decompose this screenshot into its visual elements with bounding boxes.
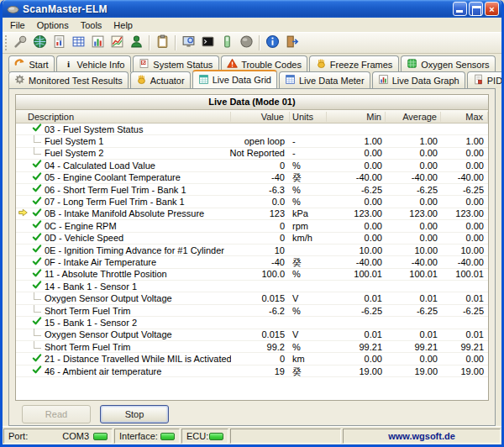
graph-button[interactable] [108, 34, 127, 52]
battery-icon [220, 34, 234, 52]
current-row-arrow-icon [18, 208, 29, 220]
table-row[interactable]: 0C - Engine RPM0rpm0.000.000.00 [16, 220, 488, 232]
stop-button[interactable]: Stop [100, 405, 169, 423]
table-row[interactable]: Short Term Fuel Trim-6.2%-6.25-6.25-6.25 [16, 305, 488, 317]
monitor-search-button[interactable] [179, 34, 198, 52]
table-row[interactable]: 0D - Vehicle Speed0km/h0.000.000.00 [16, 233, 488, 245]
cell-description: 04 - Calculated Load Value [45, 160, 231, 171]
clipboard-button[interactable] [153, 34, 172, 52]
sphere-button[interactable] [237, 34, 256, 52]
table-row[interactable]: Fuel System 1open loop-1.001.001.00 [16, 135, 488, 147]
tab-actuator[interactable]: Actuator [130, 71, 191, 88]
col-units[interactable]: Units [290, 112, 327, 122]
row-marker-cell [16, 208, 29, 220]
table-row[interactable]: 07 - Long Term Fuel Trim - Bank 10.0%0.0… [16, 196, 488, 208]
col-average[interactable]: Average [386, 112, 441, 122]
cell-units: % [290, 184, 327, 196]
menu-item-file[interactable]: File [4, 19, 31, 31]
close-button[interactable]: × [485, 2, 499, 16]
tree-connector-icon [34, 305, 41, 313]
cell-min: 100.01 [327, 268, 386, 280]
tab-vehicle-info[interactable]: iVehicle Info [56, 55, 131, 72]
table-row[interactable]: 0F - Intake Air Temperature-40癸-40.00-40… [16, 256, 488, 268]
cell-min: 0.00 [327, 196, 386, 208]
user-button[interactable] [127, 34, 146, 52]
tab-pid-config[interactable]: PID Config [467, 71, 504, 88]
exit-button[interactable] [282, 34, 302, 52]
tab-freeze-frames[interactable]: Freeze Frames [309, 55, 398, 72]
table-row[interactable]: 04 - Calculated Load Value0%0.000.000.00 [16, 160, 488, 171]
cell-average: 10.00 [386, 245, 441, 256]
report-button[interactable] [50, 34, 69, 52]
table-row[interactable]: Short Term Fuel Trim99.2%99.2199.2199.21 [16, 341, 488, 353]
window-title: ScanMaster-ELM [23, 3, 453, 15]
status-interface-panel: Interface: [114, 429, 180, 444]
row-status-cell [29, 309, 45, 313]
grid-rows: 03 - Fuel System StatusFuel System 1open… [16, 124, 488, 400]
cell-units: V [290, 329, 327, 340]
cell-average: -6.25 [386, 305, 441, 317]
cell-units: kPa [290, 208, 327, 219]
cell-min: -40.00 [327, 171, 386, 183]
col-min[interactable]: Min [327, 112, 386, 122]
table-row[interactable]: 21 - Distance Travelled While MIL is Act… [16, 353, 488, 365]
grid-view-button[interactable] [69, 34, 88, 52]
cell-max: 10.00 [441, 245, 488, 256]
tab-live-data-grid[interactable]: Live Data Grid [192, 70, 277, 88]
table-row[interactable]: 0B - Intake Manifold Absolute Pressure12… [16, 208, 488, 220]
cell-value: -40 [231, 256, 290, 268]
cell-description: 0E - Ignition Timing Advance for #1 Cyli… [45, 245, 231, 256]
cell-max: 0.00 [441, 160, 488, 171]
cell-max: -6.25 [441, 305, 488, 317]
tab-label: Freeze Frames [330, 60, 393, 70]
read-button[interactable]: Read [22, 405, 91, 423]
battery-button[interactable] [218, 34, 237, 52]
table-row[interactable]: 11 - Absolute Throttle Position100.0%100… [16, 269, 488, 281]
menu-item-options[interactable]: Options [31, 19, 75, 31]
table-row[interactable]: Oxygen Sensor Output Voltage0.015V0.010.… [16, 292, 488, 304]
maximize-button[interactable] [469, 2, 483, 16]
start-icon [14, 58, 25, 71]
tab-live-data-graph[interactable]: Live Data Graph [372, 71, 465, 88]
table-row[interactable]: 15 - Bank 1 - Sensor 2 [16, 317, 488, 329]
cell-max: 0.00 [441, 147, 488, 159]
info-button[interactable] [263, 34, 282, 52]
report-icon [52, 34, 66, 52]
table-row[interactable]: 03 - Fuel System Status [16, 124, 488, 135]
cell-units: % [290, 305, 327, 317]
tab-monitored-test-results[interactable]: Monitored Test Results [8, 71, 129, 88]
cell-min: -6.25 [327, 184, 386, 196]
website-link[interactable]: www.wgsoft.de [388, 431, 455, 441]
grid-title: Live Data (Mode 01) [16, 95, 488, 110]
connect-icon [13, 34, 28, 52]
connect-button[interactable] [11, 34, 30, 52]
table-row[interactable]: Fuel System 2Not Reported-0.000.000.00 [16, 148, 488, 160]
table-row[interactable]: 06 - Short Term Fuel Trim - Bank 1-6.3%-… [16, 184, 488, 196]
chart-button[interactable] [88, 34, 108, 52]
check-icon [32, 123, 42, 135]
col-value[interactable]: Value [231, 112, 290, 122]
tab-label: PID Config [487, 76, 504, 86]
tab-live-data-meter[interactable]: Live Data Meter [279, 71, 370, 88]
table-row[interactable]: Oxygen Sensor Output Voltage0.015V0.010.… [16, 329, 488, 341]
tab-start[interactable]: Start [8, 55, 55, 72]
cell-average: 19.00 [386, 365, 441, 377]
tab-oxygen-sensors[interactable]: Oxygen Sensors [401, 55, 496, 72]
col-description[interactable]: Description [16, 112, 231, 122]
toolbar-grip-handle[interactable] [5, 35, 8, 50]
menu-item-help[interactable]: Help [108, 19, 139, 31]
terminal-button[interactable] [198, 34, 218, 52]
cell-value: 0 [231, 220, 290, 232]
globe-button[interactable] [30, 34, 50, 52]
row-status-cell [29, 297, 45, 300]
table-row[interactable]: 0E - Ignition Timing Advance for #1 Cyli… [16, 245, 488, 256]
cell-value: -6.2 [231, 305, 290, 317]
table-row[interactable]: 46 - Ambient air temperature19癸19.0019.0… [16, 365, 488, 377]
menu-item-tools[interactable]: Tools [75, 19, 108, 31]
table-row[interactable]: 14 - Bank 1 - Sensor 1 [16, 281, 488, 292]
cell-units: % [290, 268, 327, 280]
col-max[interactable]: Max [441, 112, 488, 122]
minimize-button[interactable] [453, 2, 467, 16]
table-row[interactable]: 05 - Engine Coolant Temperature-40癸-40.0… [16, 172, 488, 184]
check-icon [32, 256, 42, 269]
